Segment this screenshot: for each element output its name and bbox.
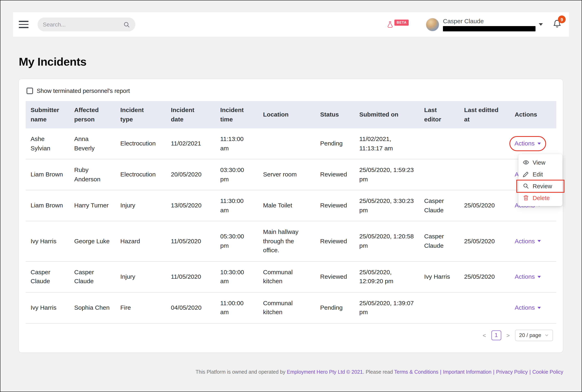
show-terminated-label: Show terminated personnel's report bbox=[37, 88, 130, 94]
review-icon bbox=[523, 183, 529, 189]
footer-separator: | bbox=[440, 369, 441, 375]
row-actions-button[interactable]: Actions bbox=[515, 236, 541, 246]
col-actions: Actions bbox=[510, 101, 556, 128]
current-page-button[interactable]: 1 bbox=[491, 330, 501, 340]
prev-page-button[interactable]: < bbox=[482, 332, 487, 338]
flask-icon bbox=[387, 20, 394, 28]
cell-type: Fire bbox=[115, 292, 166, 323]
col-affected-person: Affected person bbox=[69, 101, 115, 128]
redacted-subtitle bbox=[443, 26, 535, 32]
chevron-down-icon bbox=[537, 307, 541, 309]
row-actions-button[interactable]: Actions bbox=[515, 272, 541, 281]
cell-type: Injury bbox=[115, 190, 166, 221]
menu-item-label: Delete bbox=[533, 194, 550, 201]
table-row: Ashe SylvianAnna BeverlyElectrocution11/… bbox=[26, 128, 556, 159]
top-bar-right: BETA Casper Claude 9 bbox=[387, 18, 562, 32]
col-incident-date: Incident date bbox=[166, 101, 215, 128]
cell-last_editor bbox=[419, 292, 459, 323]
delete-icon bbox=[523, 195, 529, 201]
footer-text: . Please read bbox=[363, 369, 394, 375]
table-row: Liam BrownHarry TurnerInjury13/05/202011… bbox=[26, 190, 556, 221]
table-row: Casper ClaudeCasper ClaudeInjury11/05/20… bbox=[26, 261, 556, 292]
cell-status: Pending bbox=[315, 292, 354, 323]
cell-date: 20/05/2020 bbox=[166, 159, 215, 190]
menu-icon[interactable] bbox=[19, 21, 29, 28]
cell-affected: Sophia Chen bbox=[69, 292, 115, 323]
cell-status: Reviewed bbox=[315, 261, 354, 292]
row-actions-label: Actions bbox=[515, 303, 535, 312]
row-actions-button[interactable]: Actions bbox=[509, 136, 546, 151]
footer-link-company[interactable]: Employment Hero Pty Ltd © 2021 bbox=[287, 369, 363, 375]
cell-type: Injury bbox=[115, 261, 166, 292]
notification-badge: 9 bbox=[558, 16, 566, 23]
table-header-row: Submitter name Affected person Incident … bbox=[26, 101, 556, 128]
cell-time: 10:30:00 am bbox=[215, 261, 258, 292]
cell-status: Reviewed bbox=[315, 190, 354, 221]
table-row: Ivy HarrisSophia ChenFire04/05/202011:00… bbox=[26, 292, 556, 323]
footer-separator: | bbox=[493, 369, 494, 375]
incidents-table-wrap: Submitter name Affected person Incident … bbox=[26, 101, 556, 323]
page-size-select[interactable]: 20 / page bbox=[515, 330, 553, 341]
cell-last_edited_at: 25/05/2020 bbox=[459, 190, 510, 221]
col-incident-time: Incident time bbox=[215, 101, 258, 128]
cell-time: 11:00:00 am bbox=[215, 292, 258, 323]
footer-link-important-info[interactable]: Important Information bbox=[443, 369, 491, 375]
cell-time: 03:30:00 pm bbox=[215, 159, 258, 190]
search-box[interactable] bbox=[38, 18, 135, 32]
cell-submitted_on: 25/05/2020, 1:39:07 pm bbox=[354, 292, 419, 323]
chevron-down-icon bbox=[537, 240, 541, 242]
cell-time: 11:13:00 am bbox=[215, 128, 258, 159]
menu-item-review[interactable]: Review bbox=[518, 180, 562, 192]
footer-link-terms[interactable]: Terms & Conditions bbox=[394, 369, 438, 375]
cell-location: Communal kitchen bbox=[258, 292, 315, 323]
search-input[interactable] bbox=[43, 21, 123, 28]
menu-item-label: Edit bbox=[533, 171, 543, 178]
menu-item-view[interactable]: View bbox=[518, 156, 562, 168]
cell-submitter: Liam Brown bbox=[26, 190, 69, 221]
next-page-button[interactable]: > bbox=[505, 332, 510, 338]
user-name: Casper Claude bbox=[443, 18, 535, 25]
cell-submitter: Ashe Sylvian bbox=[26, 128, 69, 159]
cell-type: Electrocution bbox=[115, 159, 166, 190]
user-menu[interactable]: Casper Claude bbox=[443, 18, 535, 32]
beta-badge: BETA bbox=[395, 19, 409, 26]
cell-last_edited_at: 25/05/2020 bbox=[459, 221, 510, 261]
show-terminated-checkbox[interactable] bbox=[27, 88, 33, 94]
col-last-editted-at: Last editted at bbox=[459, 101, 510, 128]
footer-link-privacy[interactable]: Privacy Policy bbox=[496, 369, 528, 375]
page-size-label: 20 / page bbox=[519, 332, 541, 338]
col-location: Location bbox=[258, 101, 315, 128]
menu-item-delete[interactable]: Delete bbox=[518, 192, 562, 204]
incidents-card: Show terminated personnel's report Submi… bbox=[18, 79, 563, 353]
row-actions-button[interactable]: Actions bbox=[515, 303, 541, 312]
row-actions-label: Actions bbox=[514, 139, 534, 148]
menu-item-label: View bbox=[533, 159, 545, 166]
footer: This Platform is owned and operated by E… bbox=[196, 369, 563, 375]
cell-submitter: Casper Claude bbox=[26, 261, 69, 292]
search-icon bbox=[123, 21, 130, 28]
col-submitted-on: Submitted on bbox=[354, 101, 419, 128]
cell-location bbox=[258, 128, 315, 159]
col-last-editor: Last editor bbox=[419, 101, 459, 128]
chevron-down-icon[interactable] bbox=[539, 23, 543, 26]
cell-last_editor: Casper Claude bbox=[419, 221, 459, 261]
cell-submitted_on: 11/02/2021, 11:13:17 am bbox=[354, 128, 419, 159]
cell-type: Hazard bbox=[115, 221, 166, 261]
cell-time: 05:30:00 pm bbox=[215, 221, 258, 261]
cell-status: Pending bbox=[315, 128, 354, 159]
col-status: Status bbox=[315, 101, 354, 128]
cell-date: 11/02/2021 bbox=[166, 128, 215, 159]
eye-icon bbox=[523, 159, 529, 166]
chevron-down-icon bbox=[537, 276, 541, 278]
avatar[interactable] bbox=[426, 18, 439, 31]
page-title: My Incidents bbox=[19, 56, 87, 68]
cell-affected: Ruby Anderson bbox=[69, 159, 115, 190]
footer-link-cookie[interactable]: Cookie Policy bbox=[532, 369, 563, 375]
menu-item-edit[interactable]: Edit bbox=[518, 168, 562, 180]
incidents-table-body: Ashe SylvianAnna BeverlyElectrocution11/… bbox=[26, 128, 556, 323]
cell-type: Electrocution bbox=[115, 128, 166, 159]
cell-last_editor: Ivy Harris bbox=[419, 261, 459, 292]
cell-affected: Anna Beverly bbox=[69, 128, 115, 159]
notifications-button[interactable]: 9 bbox=[553, 19, 562, 30]
cell-date: 13/05/2020 bbox=[166, 190, 215, 221]
